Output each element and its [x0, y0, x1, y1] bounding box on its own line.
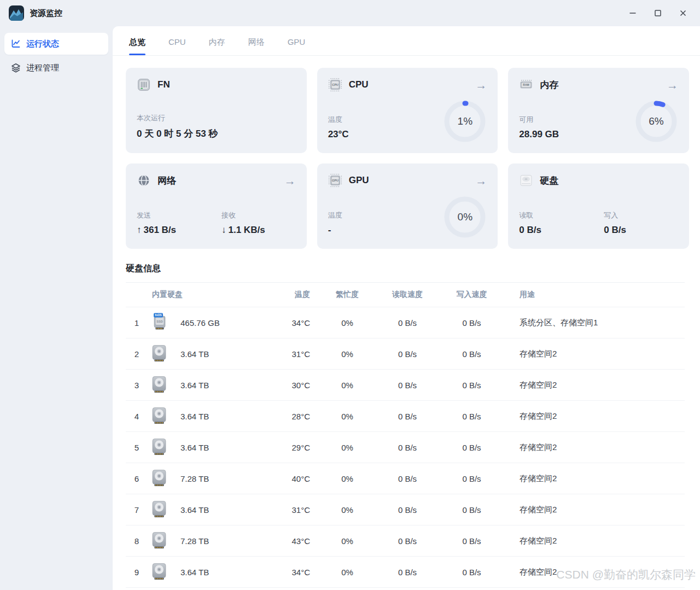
disk-table-row: 6 7.28 TB 40°C 0% 0 B/s 0 B/s 存储空间2 [126, 463, 685, 494]
disk-row-size: 7.28 TB [176, 536, 262, 546]
hdd-drive-icon [152, 345, 166, 363]
disk-row-size: 3.64 TB [176, 412, 262, 421]
minimize-button[interactable] [620, 4, 645, 22]
disk-row-busy: 0% [314, 412, 380, 421]
memory-usage-gauge: 6% [635, 101, 677, 142]
download-arrow-icon: ↓ [221, 225, 226, 235]
svg-text:fnOS: fnOS [155, 313, 162, 317]
ram-chip-icon: RAM [519, 78, 533, 92]
uptime-label: 本次运行 [137, 113, 221, 123]
disk-row-index: 9 [126, 568, 148, 577]
card-gpu[interactable]: GPU GPU → 温度 - 0 [317, 163, 498, 249]
sidebar-item-label: 进程管理 [26, 63, 59, 73]
card-fn: FN 本次运行 0 天 0 时 5 分 53 秒 [126, 68, 307, 153]
network-send-value: ↑361 B/s [137, 225, 221, 236]
disk-row-read-speed: 0 B/s [380, 318, 435, 328]
disk-row-size: 3.64 TB [176, 349, 262, 359]
tab-memory[interactable]: 内存 [209, 37, 225, 55]
cpu-usage-percent: 1% [444, 101, 486, 142]
arrow-right-icon[interactable]: → [475, 79, 487, 91]
disk-row-busy: 0% [314, 568, 380, 577]
disk-row-usage: 存储空间2 [509, 380, 685, 390]
gpu-temp-label: 温度 [328, 211, 413, 220]
disk-row-write-speed: 0 B/s [435, 381, 509, 390]
disk-row-busy: 0% [314, 474, 380, 483]
disk-row-size: 3.64 TB [176, 443, 262, 452]
close-button[interactable] [670, 4, 696, 22]
disk-row-usage: 存储空间2 [509, 349, 685, 359]
disk-row-busy: 0% [314, 318, 380, 328]
disk-row-temperature: 43°C [262, 536, 314, 546]
disk-table-row: 8 7.28 TB 43°C 0% 0 B/s 0 B/s 存储空间2 [126, 525, 685, 556]
disk-row-index: 4 [126, 412, 148, 421]
arrow-right-icon[interactable]: → [475, 175, 487, 186]
cpu-chip-label: CPU [332, 83, 339, 86]
disk-row-busy: 0% [314, 443, 380, 452]
sidebar-item-process-management[interactable]: 进程管理 [4, 57, 108, 79]
hdd-drive-icon [152, 376, 166, 394]
hdd-drive-icon [152, 407, 166, 425]
card-network[interactable]: 网络 → 发送 ↑361 B/s 接收 ↓1.1 KB/s [126, 163, 307, 249]
disk-row-read-speed: 0 B/s [380, 412, 435, 421]
nas-device-icon [137, 78, 151, 92]
card-title: 内存 [540, 79, 558, 91]
hdd-drive-icon [152, 532, 166, 550]
network-recv-label: 接收 [221, 211, 306, 220]
card-memory[interactable]: RAM 内存 → 可用 28.99 GB [508, 68, 689, 153]
cpu-usage-gauge: 1% [444, 101, 486, 142]
header-read-speed: 读取速度 [380, 290, 435, 300]
disk-row-size: 3.64 TB [176, 505, 262, 515]
maximize-button[interactable] [645, 4, 670, 22]
disk-row-index: 8 [126, 536, 148, 546]
card-title: FN [158, 79, 170, 90]
header-internal-disk: 内置硬盘 [148, 290, 262, 300]
disk-write-label: 写入 [604, 211, 689, 220]
disk-row-usage: 存储空间2 [509, 411, 685, 422]
disk-row-write-speed: 0 B/s [435, 318, 509, 328]
disk-row-write-speed: 0 B/s [435, 443, 509, 452]
disk-row-size: 3.64 TB [176, 381, 262, 390]
tab-cpu[interactable]: CPU [168, 37, 186, 55]
disk-row-temperature: 40°C [262, 474, 314, 483]
card-cpu[interactable]: CPU CPU → 温度 23°C [317, 68, 498, 153]
disk-row-write-speed: 0 B/s [435, 568, 509, 577]
tab-overview[interactable]: 总览 [129, 37, 145, 55]
sidebar: 运行状态 进程管理 [0, 26, 113, 590]
header-busy: 繁忙度 [314, 290, 380, 300]
card-title: 网络 [158, 174, 176, 187]
disk-row-size: 3.64 TB [176, 568, 262, 577]
disk-row-write-speed: 0 B/s [435, 349, 509, 359]
hdd-drive-icon [152, 470, 166, 488]
svg-text:SSD: SSD [156, 319, 162, 323]
ram-chip-label: RAM [523, 83, 529, 86]
disk-table-row: 4 3.64 TB 28°C 0% 0 B/s 0 B/s 存储空间2 [126, 400, 685, 431]
network-send-label: 发送 [137, 211, 221, 220]
tab-network[interactable]: 网络 [248, 37, 265, 55]
disk-row-temperature: 31°C [262, 349, 314, 359]
disk-row-busy: 0% [314, 505, 380, 515]
app-logo-icon [9, 5, 24, 21]
arrow-right-icon[interactable]: → [667, 79, 678, 91]
arrow-right-icon[interactable]: → [284, 175, 296, 186]
disk-table-row: 7 3.64 TB 31°C 0% 0 B/s 0 B/s 存储空间2 [126, 494, 685, 525]
disk-row-read-speed: 0 B/s [380, 349, 435, 359]
disk-row-usage: 存储空间2 [509, 567, 685, 577]
gpu-temp-value: - [328, 225, 413, 236]
window-title: 资源监控 [30, 8, 62, 19]
disk-table-row: 9 3.64 TB 34°C 0% 0 B/s 0 B/s 存储空间2 [126, 556, 685, 587]
titlebar: 资源监控 [0, 0, 700, 26]
disk-table-row: 1 SSD fnOS 465.76 GB 34°C 0 [126, 307, 685, 338]
disk-row-index: 2 [126, 349, 148, 359]
disk-row-read-speed: 0 B/s [380, 505, 435, 515]
disk-row-usage: 存储空间2 [509, 505, 685, 515]
disk-row-usage: 存储空间2 [509, 442, 685, 453]
disk-info-section-title: 硬盘信息 [126, 263, 700, 274]
disk-table-row: 5 3.64 TB 29°C 0% 0 B/s 0 B/s 存储空间2 [126, 431, 685, 463]
tab-gpu[interactable]: GPU [288, 37, 306, 55]
disk-write-value: 0 B/s [604, 225, 689, 236]
cpu-temp-value: 23°C [328, 129, 413, 140]
disk-read-label: 读取 [519, 211, 604, 220]
disk-row-read-speed: 0 B/s [380, 536, 435, 546]
disk-row-size: 7.28 TB [176, 474, 262, 483]
sidebar-item-running-status[interactable]: 运行状态 [4, 33, 108, 55]
